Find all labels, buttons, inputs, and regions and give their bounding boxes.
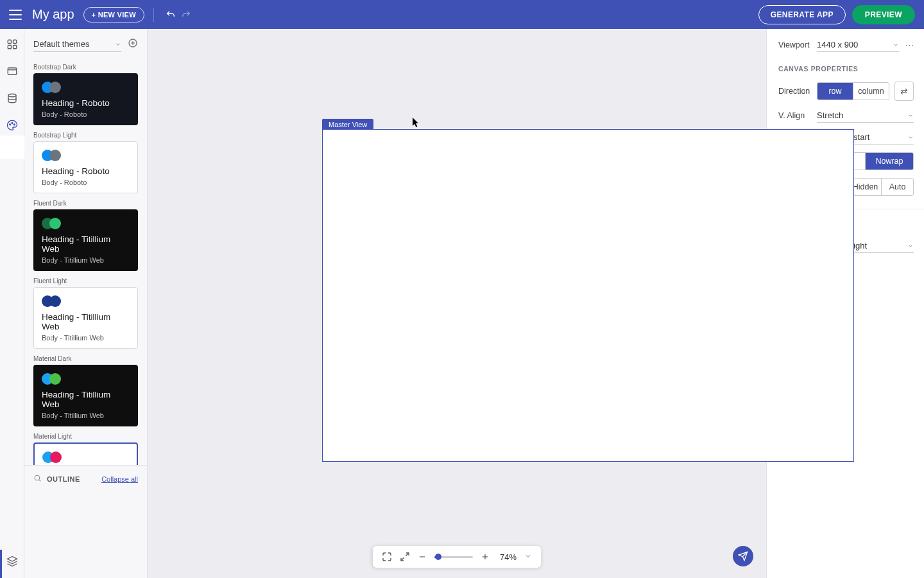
theme-card[interactable]: Heading - RobotoBody - Roboto [33,73,138,125]
search-icon[interactable] [33,474,42,484]
theme-card[interactable]: Heading - RobotoBody - Roboto [33,141,138,193]
rail-views-icon[interactable] [4,64,20,79]
theme-card-body: Body - Roboto [42,179,130,186]
tool-rail [0,29,24,578]
rail-theme-icon[interactable] [4,118,20,133]
chevron-down-icon [907,112,914,119]
theme-list-label: Bootstrap Dark [33,64,138,71]
theme-card-heading: Heading - Titillium Web [42,390,130,409]
actual-size-icon[interactable] [400,552,410,562]
chevron-down-icon [115,41,121,48]
viewport-value: 924 x 578 [817,40,858,49]
themes-panel: Default themes Bootstrap DarkHeading - R… [24,29,148,578]
rail-layers-icon[interactable] [4,554,20,569]
generate-app-button[interactable]: GENERATE APP [758,5,846,24]
svg-point-8 [13,124,15,125]
theme-list-label: Fluent Dark [33,200,138,207]
theme-list-label: Fluent Light [33,277,138,285]
svg-rect-1 [13,40,16,43]
rail-active-indicator [0,550,2,578]
canvas-area[interactable]: Master View 74% [148,29,766,578]
theme-card-heading: Heading - Titillium Web [42,312,130,331]
theme-card[interactable]: Heading - Titillium WebBody - Titillium … [33,287,138,349]
outline-header: OUTLINE Collapse all [24,465,147,492]
top-bar: My app + NEW VIEW GENERATE APP PREVIEW [0,0,924,29]
viewport-more-icon[interactable]: ⋯ [905,40,914,50]
theme-list-label: Material Dark [33,355,138,362]
theme-list-label: Material Light [33,433,138,440]
new-view-button[interactable]: + NEW VIEW [83,7,144,22]
outline-body [24,492,147,578]
nowrap-button[interactable]: Nowrap [865,153,913,170]
theme-card-body: Body - Titillium Web [42,412,130,419]
svg-rect-2 [8,46,11,49]
preview-button[interactable]: PREVIEW [852,5,915,24]
fit-to-screen-icon[interactable] [382,552,392,562]
view-frame[interactable] [322,129,854,462]
chevron-down-icon [893,42,899,48]
theme-card-heading: Heading - Roboto [42,98,130,108]
viewport-select[interactable]: 924 x 578 [817,38,899,52]
menu-icon[interactable] [9,10,22,20]
app-title: My app [32,7,74,22]
svg-rect-4 [8,68,17,75]
outline-title: OUTLINE [47,475,101,483]
direction-label: Direction [778,87,817,96]
collapse-all-link[interactable]: Collapse all [101,475,138,483]
canvas-properties-title: CANVAS PROPERTIES [778,65,914,73]
svg-point-5 [8,94,16,97]
cursor-icon [413,118,420,128]
zoom-out-button[interactable] [418,552,427,561]
divider [153,8,154,22]
valign-value: Stretch [817,110,843,120]
theme-card-heading: Heading - Roboto [42,166,130,176]
rail-data-icon[interactable] [4,91,20,106]
rail-components-icon[interactable] [4,37,20,52]
svg-line-15 [406,553,409,556]
svg-rect-0 [8,40,11,43]
undo-icon[interactable] [163,7,178,22]
theme-card-body: Body - Titillium Web [42,334,130,342]
theme-card-body: Body - Roboto [42,110,130,118]
direction-row-button[interactable]: row [817,83,853,100]
redo-icon[interactable] [178,7,194,22]
valign-select[interactable]: Stretch [817,109,914,123]
zoom-toolbar: 74% [373,546,541,568]
chevron-down-icon [907,134,914,141]
overflow-auto-button[interactable]: Auto [881,179,913,195]
send-button[interactable] [733,546,753,566]
theme-card[interactable]: Heading - Titillium WebBody - Titillium … [33,365,138,426]
svg-marker-9 [7,557,17,562]
svg-rect-3 [13,46,16,49]
add-theme-button[interactable] [128,38,138,51]
zoom-slider[interactable] [434,556,473,558]
zoom-value: 74% [500,552,517,562]
direction-swap-button[interactable]: ⇄ [894,82,914,101]
theme-list-label: Bootstrap Light [33,132,138,139]
svg-point-6 [9,124,10,125]
theme-card[interactable]: Heading - Titillium WebBody - Titillium … [33,442,138,465]
zoom-dropdown[interactable] [524,551,532,563]
svg-line-16 [401,557,404,561]
direction-column-button[interactable]: column [853,83,889,100]
svg-point-7 [12,123,13,124]
svg-line-14 [39,480,40,481]
chevron-down-icon [907,243,914,249]
theme-card-body: Body - Titillium Web [42,256,130,264]
theme-card[interactable]: Heading - Titillium WebBody - Titillium … [33,209,138,271]
viewport-label: Viewport [778,40,817,49]
valign-label: V. Align [778,111,817,120]
theme-collection-select[interactable]: Default themes [33,37,121,52]
zoom-in-button[interactable] [481,552,490,561]
svg-point-13 [35,475,40,480]
theme-card-heading: Heading - Titillium Web [42,234,130,254]
theme-collection-value: Default themes [33,39,89,49]
